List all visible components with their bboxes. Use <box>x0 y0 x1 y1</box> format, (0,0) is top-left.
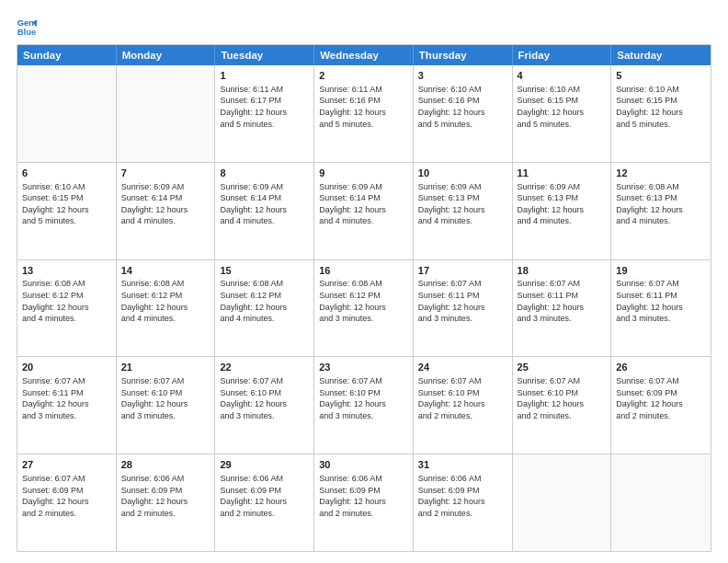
day-info: Sunrise: 6:06 AM Sunset: 6:09 PM Dayligh… <box>220 473 309 519</box>
day-number: 18 <box>518 264 607 278</box>
day-info: Sunrise: 6:09 AM Sunset: 6:13 PM Dayligh… <box>418 181 507 227</box>
day-number: 28 <box>121 458 210 472</box>
day-info: Sunrise: 6:08 AM Sunset: 6:12 PM Dayligh… <box>121 278 210 324</box>
day-info: Sunrise: 6:07 AM Sunset: 6:11 PM Dayligh… <box>22 375 111 421</box>
calendar-cell-2-0: 13Sunrise: 6:08 AM Sunset: 6:12 PM Dayli… <box>17 260 117 357</box>
day-info: Sunrise: 6:10 AM Sunset: 6:15 PM Dayligh… <box>22 181 111 227</box>
day-info: Sunrise: 6:08 AM Sunset: 6:12 PM Dayligh… <box>22 278 111 324</box>
day-info: Sunrise: 6:07 AM Sunset: 6:11 PM Dayligh… <box>418 278 507 324</box>
day-number: 23 <box>319 361 408 374</box>
calendar-cell-1-0: 6Sunrise: 6:10 AM Sunset: 6:15 PM Daylig… <box>17 163 117 259</box>
calendar-cell-1-5: 11Sunrise: 6:09 AM Sunset: 6:13 PM Dayli… <box>513 163 612 259</box>
calendar-header: SundayMondayTuesdayWednesdayThursdayFrid… <box>17 45 711 65</box>
header: General Blue <box>17 17 711 37</box>
day-info: Sunrise: 6:07 AM Sunset: 6:10 PM Dayligh… <box>220 375 309 421</box>
calendar-cell-1-2: 8Sunrise: 6:09 AM Sunset: 6:14 PM Daylig… <box>215 163 314 259</box>
calendar-cell-4-5 <box>513 454 612 551</box>
calendar-cell-0-5: 4Sunrise: 6:10 AM Sunset: 6:15 PM Daylig… <box>513 65 612 162</box>
day-number: 20 <box>22 361 111 374</box>
day-number: 22 <box>220 361 309 374</box>
day-info: Sunrise: 6:06 AM Sunset: 6:09 PM Dayligh… <box>121 473 210 519</box>
day-info: Sunrise: 6:07 AM Sunset: 6:10 PM Dayligh… <box>518 375 607 421</box>
day-info: Sunrise: 6:07 AM Sunset: 6:10 PM Dayligh… <box>418 375 507 421</box>
day-info: Sunrise: 6:07 AM Sunset: 6:09 PM Dayligh… <box>22 473 111 519</box>
day-number: 14 <box>121 264 210 278</box>
calendar-cell-4-2: 29Sunrise: 6:06 AM Sunset: 6:09 PM Dayli… <box>215 454 314 551</box>
logo: General Blue <box>17 17 39 37</box>
day-number: 3 <box>418 69 507 83</box>
svg-text:Blue: Blue <box>17 27 36 37</box>
day-number: 2 <box>319 69 408 83</box>
calendar-cell-3-0: 20Sunrise: 6:07 AM Sunset: 6:11 PM Dayli… <box>17 357 117 454</box>
day-number: 8 <box>220 167 309 180</box>
calendar-cell-1-3: 9Sunrise: 6:09 AM Sunset: 6:14 PM Daylig… <box>314 163 414 259</box>
calendar-cell-3-4: 24Sunrise: 6:07 AM Sunset: 6:10 PM Dayli… <box>414 357 513 454</box>
day-info: Sunrise: 6:06 AM Sunset: 6:09 PM Dayligh… <box>418 473 507 519</box>
day-info: Sunrise: 6:08 AM Sunset: 6:12 PM Dayligh… <box>319 278 408 324</box>
calendar-cell-1-6: 12Sunrise: 6:08 AM Sunset: 6:13 PM Dayli… <box>611 163 711 259</box>
day-info: Sunrise: 6:09 AM Sunset: 6:14 PM Dayligh… <box>121 181 210 227</box>
day-number: 5 <box>616 69 706 83</box>
calendar-row-4: 27Sunrise: 6:07 AM Sunset: 6:09 PM Dayli… <box>17 454 711 551</box>
day-number: 1 <box>220 69 309 83</box>
calendar-row-1: 6Sunrise: 6:10 AM Sunset: 6:15 PM Daylig… <box>17 162 711 259</box>
calendar-cell-4-4: 31Sunrise: 6:06 AM Sunset: 6:09 PM Dayli… <box>414 454 513 551</box>
calendar-row-2: 13Sunrise: 6:08 AM Sunset: 6:12 PM Dayli… <box>17 259 711 357</box>
day-number: 24 <box>418 361 507 374</box>
calendar-body: 1Sunrise: 6:11 AM Sunset: 6:17 PM Daylig… <box>17 65 711 551</box>
day-number: 27 <box>22 458 111 472</box>
calendar-cell-0-6: 5Sunrise: 6:10 AM Sunset: 6:15 PM Daylig… <box>611 65 711 162</box>
day-info: Sunrise: 6:10 AM Sunset: 6:15 PM Dayligh… <box>518 84 607 130</box>
day-number: 19 <box>616 264 706 278</box>
day-info: Sunrise: 6:07 AM Sunset: 6:11 PM Dayligh… <box>616 278 706 324</box>
calendar-cell-2-1: 14Sunrise: 6:08 AM Sunset: 6:12 PM Dayli… <box>117 260 216 357</box>
day-number: 21 <box>121 361 210 374</box>
calendar-cell-2-3: 16Sunrise: 6:08 AM Sunset: 6:12 PM Dayli… <box>314 260 414 357</box>
calendar-cell-3-5: 25Sunrise: 6:07 AM Sunset: 6:10 PM Dayli… <box>513 357 612 454</box>
day-info: Sunrise: 6:11 AM Sunset: 6:16 PM Dayligh… <box>319 84 408 130</box>
calendar-cell-3-1: 21Sunrise: 6:07 AM Sunset: 6:10 PM Dayli… <box>117 357 216 454</box>
header-day-saturday: Saturday <box>611 45 711 65</box>
day-info: Sunrise: 6:07 AM Sunset: 6:11 PM Dayligh… <box>518 278 607 324</box>
day-number: 11 <box>518 167 607 180</box>
day-info: Sunrise: 6:06 AM Sunset: 6:09 PM Dayligh… <box>319 473 408 519</box>
day-info: Sunrise: 6:08 AM Sunset: 6:13 PM Dayligh… <box>616 181 706 227</box>
day-info: Sunrise: 6:10 AM Sunset: 6:16 PM Dayligh… <box>418 84 507 130</box>
day-number: 9 <box>319 167 408 180</box>
calendar-cell-3-6: 26Sunrise: 6:07 AM Sunset: 6:09 PM Dayli… <box>611 357 711 454</box>
day-info: Sunrise: 6:11 AM Sunset: 6:17 PM Dayligh… <box>220 84 309 130</box>
calendar-cell-0-0 <box>17 65 117 162</box>
page: General Blue SundayMondayTuesdayWednesda… <box>0 0 728 563</box>
calendar-cell-3-2: 22Sunrise: 6:07 AM Sunset: 6:10 PM Dayli… <box>215 357 314 454</box>
day-number: 15 <box>220 264 309 278</box>
day-number: 30 <box>319 458 408 472</box>
calendar-cell-0-2: 1Sunrise: 6:11 AM Sunset: 6:17 PM Daylig… <box>215 65 314 162</box>
day-info: Sunrise: 6:07 AM Sunset: 6:09 PM Dayligh… <box>616 375 706 421</box>
calendar-cell-1-4: 10Sunrise: 6:09 AM Sunset: 6:13 PM Dayli… <box>414 163 513 259</box>
header-day-thursday: Thursday <box>414 45 513 65</box>
calendar-cell-1-1: 7Sunrise: 6:09 AM Sunset: 6:14 PM Daylig… <box>117 163 216 259</box>
day-number: 12 <box>616 167 706 180</box>
day-number: 4 <box>518 69 607 83</box>
day-number: 10 <box>418 167 507 180</box>
calendar: SundayMondayTuesdayWednesdayThursdayFrid… <box>17 44 711 552</box>
calendar-cell-3-3: 23Sunrise: 6:07 AM Sunset: 6:10 PM Dayli… <box>314 357 414 454</box>
day-number: 6 <box>22 167 111 180</box>
day-info: Sunrise: 6:07 AM Sunset: 6:10 PM Dayligh… <box>121 375 210 421</box>
logo-icon: General Blue <box>17 17 37 37</box>
day-number: 31 <box>418 458 507 472</box>
day-info: Sunrise: 6:10 AM Sunset: 6:15 PM Dayligh… <box>616 84 706 130</box>
calendar-row-3: 20Sunrise: 6:07 AM Sunset: 6:11 PM Dayli… <box>17 356 711 454</box>
header-day-sunday: Sunday <box>17 45 117 65</box>
day-number: 13 <box>22 264 111 278</box>
calendar-cell-2-6: 19Sunrise: 6:07 AM Sunset: 6:11 PM Dayli… <box>611 260 711 357</box>
day-number: 25 <box>518 361 607 374</box>
calendar-row-0: 1Sunrise: 6:11 AM Sunset: 6:17 PM Daylig… <box>17 65 711 162</box>
day-info: Sunrise: 6:07 AM Sunset: 6:10 PM Dayligh… <box>319 375 408 421</box>
day-info: Sunrise: 6:09 AM Sunset: 6:14 PM Dayligh… <box>220 181 309 227</box>
calendar-cell-4-3: 30Sunrise: 6:06 AM Sunset: 6:09 PM Dayli… <box>314 454 414 551</box>
calendar-cell-2-4: 17Sunrise: 6:07 AM Sunset: 6:11 PM Dayli… <box>414 260 513 357</box>
calendar-cell-0-1 <box>117 65 216 162</box>
calendar-cell-2-2: 15Sunrise: 6:08 AM Sunset: 6:12 PM Dayli… <box>215 260 314 357</box>
calendar-cell-0-4: 3Sunrise: 6:10 AM Sunset: 6:16 PM Daylig… <box>414 65 513 162</box>
